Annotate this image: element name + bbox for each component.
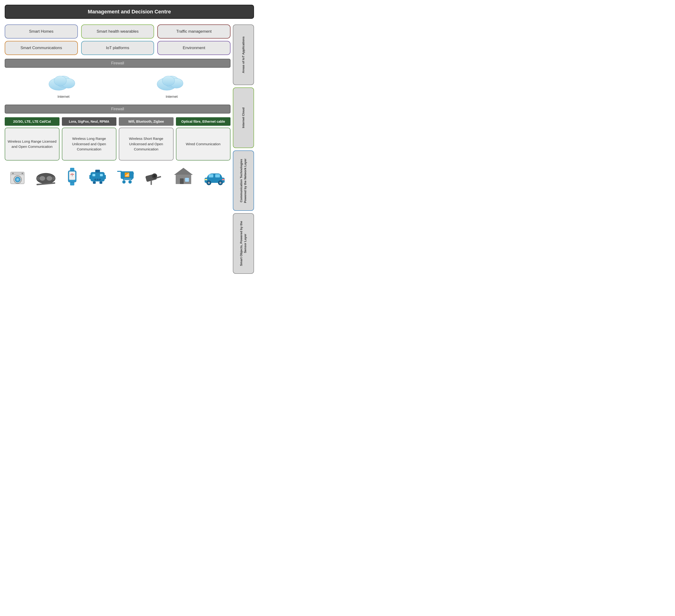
firewall-bar-2: Firewall — [5, 105, 230, 113]
sensor-camera — [145, 169, 163, 185]
svg-point-12 — [16, 178, 19, 181]
sensor-robot — [88, 168, 107, 185]
tech-label-optical: Optical fibre, Ethernet cable — [176, 117, 231, 126]
svg-point-30 — [97, 179, 98, 180]
app-smart-health: Smart health wearables — [81, 24, 154, 38]
svg-point-7 — [162, 76, 175, 86]
svg-rect-33 — [89, 175, 91, 179]
svg-point-3 — [54, 76, 67, 86]
svg-rect-27 — [92, 174, 95, 176]
app-traffic: Traffic management — [157, 24, 230, 38]
cloud-label-2: Internet — [166, 94, 178, 98]
svg-rect-18 — [36, 177, 39, 180]
comm-box-wireless-short: Wireless Short Range Unlicensed and Open… — [119, 127, 173, 161]
svg-point-16 — [40, 176, 45, 181]
tech-label-lora: Lora, SigFox, Neul, RPMA — [62, 117, 117, 126]
app-environment: Environment — [157, 41, 230, 55]
sensor-smartwatch — [66, 168, 79, 185]
cloud-row: Internet — [5, 70, 230, 101]
svg-rect-48 — [180, 178, 184, 184]
label-sensor-layer: Smart Objects, Powered by the Sensor Lay… — [233, 213, 254, 274]
robot-icon — [88, 168, 107, 185]
svg-rect-28 — [100, 174, 103, 176]
svg-rect-59 — [205, 179, 207, 180]
svg-rect-53 — [209, 174, 213, 177]
comm-boxes: Wireless Long Range Licensed and Open Co… — [5, 127, 230, 161]
camera-icon — [145, 169, 163, 185]
iot-apps-section: Smart Homes Smart health wearables Traff… — [5, 24, 230, 55]
cloud-item-2: Internet — [155, 72, 188, 98]
svg-rect-32 — [95, 170, 100, 173]
comm-box-wired: Wired Communication — [176, 127, 231, 161]
svg-rect-19 — [53, 177, 55, 180]
svg-point-39 — [122, 180, 126, 184]
comm-box-wireless-long-licensed: Wireless Long Range Licensed and Open Co… — [5, 127, 60, 161]
cloud-icon-2 — [155, 72, 188, 93]
svg-point-29 — [94, 179, 96, 180]
page-wrapper: Management and Decision Centre Smart Hom… — [5, 5, 254, 274]
svg-text:📶: 📶 — [125, 172, 130, 177]
smart-car-icon — [204, 170, 226, 185]
svg-rect-54 — [215, 174, 220, 177]
comm-box-wireless-long-unlicensed: Wireless Long Range Unlicensed and Open … — [62, 127, 117, 161]
tech-label-wifi: Wifi, Bluetooth, Zigbee — [119, 117, 173, 126]
tech-label-2g: 2G/3G, LTE, LTE Cat/Cat — [5, 117, 60, 126]
management-header: Management and Decision Centre — [5, 5, 254, 19]
washing-machine-icon — [9, 170, 26, 185]
svg-rect-22 — [70, 182, 74, 185]
svg-rect-35 — [93, 181, 96, 184]
svg-point-40 — [129, 180, 132, 184]
svg-rect-36 — [99, 181, 102, 184]
sensor-vr-headset — [35, 170, 57, 185]
label-internet-cloud: Internet Cloud — [233, 87, 254, 148]
label-iot-text: Areas of IoT Applications — [241, 36, 245, 73]
apps-row-2: Smart Communications IoT platforms Envir… — [5, 41, 230, 55]
right-label-area: Areas of IoT Applications Internet Cloud… — [233, 24, 254, 274]
smart-house-icon — [173, 167, 194, 185]
label-comm-tech: Communication Technologies Powered by th… — [233, 151, 254, 211]
app-iot-platforms: IoT platforms — [81, 41, 154, 55]
sensor-objects-row: 📶 — [5, 164, 230, 188]
cloud-icon-1 — [47, 72, 80, 93]
svg-point-17 — [47, 176, 52, 181]
svg-point-56 — [208, 182, 210, 184]
firewall-bar-1: Firewall — [5, 59, 230, 68]
svg-marker-46 — [174, 168, 193, 175]
label-comm-text: Communication Technologies Powered by th… — [239, 153, 247, 209]
smart-cart-icon: 📶 — [117, 168, 135, 185]
label-cloud-text: Internet Cloud — [241, 107, 245, 128]
label-iot-apps: Areas of IoT Applications — [233, 24, 254, 85]
app-smart-comm: Smart Communications — [5, 41, 78, 55]
vr-headset-icon — [35, 170, 57, 185]
sensor-smart-car — [204, 170, 226, 185]
svg-point-43 — [153, 175, 156, 177]
svg-rect-45 — [151, 181, 152, 185]
apps-row-1: Smart Homes Smart health wearables Traff… — [5, 24, 230, 38]
sensor-washing-machine — [9, 170, 26, 185]
svg-rect-34 — [104, 175, 106, 179]
app-smart-homes: Smart Homes — [5, 24, 78, 38]
sensor-smart-cart: 📶 — [117, 168, 135, 185]
label-sensor-text: Smart Objects, Powered by the Sensor Lay… — [239, 215, 247, 271]
cloud-label-1: Internet — [58, 94, 70, 98]
main-layout: Smart Homes Smart health wearables Traff… — [5, 24, 254, 274]
cloud-item-1: Internet — [47, 72, 80, 98]
svg-point-58 — [219, 182, 221, 184]
cloud-section: Firewall — [5, 59, 230, 101]
left-area: Smart Homes Smart health wearables Traff… — [5, 24, 230, 274]
sensor-smart-house — [173, 167, 194, 185]
comm-section: Firewall 2G/3G, LTE, LTE Cat/Cat Lora, S… — [5, 105, 230, 161]
svg-rect-60 — [222, 179, 224, 180]
tech-label-boxes: 2G/3G, LTE, LTE Cat/Cat Lora, SigFox, Ne… — [5, 117, 230, 126]
svg-point-13 — [12, 173, 14, 174]
svg-point-14 — [22, 173, 23, 174]
svg-point-31 — [99, 179, 101, 180]
smartwatch-icon — [66, 168, 79, 185]
